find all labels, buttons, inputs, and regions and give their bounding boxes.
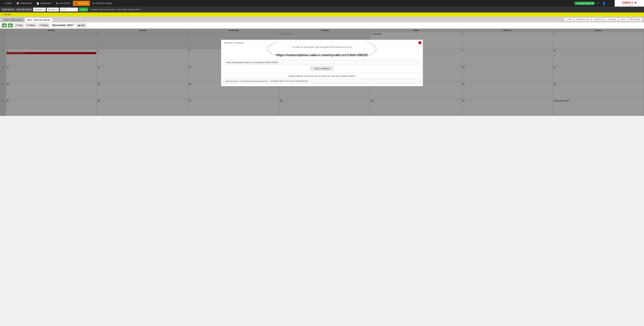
modal-title: Subscribe to Calendar <box>221 40 423 45</box>
generate-button[interactable]: ✐ Generate <box>605 18 618 21</box>
nav-mycalls[interactable]: 📞 MYCALLS <box>73 1 90 6</box>
mycalls-icon: 📞 <box>75 2 78 5</box>
subscribe-modal: Subscribe to Calendar ...en does not wor… <box>221 40 423 86</box>
nav-home[interactable]: ⌂ HOME <box>2 1 14 6</box>
calendar-toolbar: ◀ ▶ 📅 Day 📅 Week 📅 Month December 2017 ⏺… <box>0 22 644 29</box>
day-icon: 📅 <box>16 24 18 26</box>
subscribe-button[interactable]: 📅 Subscribe <box>628 18 642 21</box>
month-view-button[interactable]: 📅 Month <box>38 24 50 27</box>
now-icon: ⏺ <box>78 24 80 26</box>
logout-icon[interactable]: → <box>608 1 613 5</box>
accounts-dropdown[interactable]: Accounts ▼ <box>47 8 59 12</box>
filter-button[interactable]: ▼ Filter <box>564 18 574 21</box>
tab-inbox-list[interactable]: Inbox · Follow-up List <box>2 18 24 22</box>
copy-clipboard-button[interactable]: Copy to clipboard <box>310 66 334 71</box>
google-url-input[interactable] <box>224 79 420 84</box>
week-icon: 📅 <box>27 24 29 26</box>
nav-enquiries[interactable]: 📋 ENQUIRIES <box>34 1 53 6</box>
nav-campaigns[interactable]: 📢 CAMPAIGNS <box>14 1 34 6</box>
filter-icon: ▼ <box>566 18 568 20</box>
calendar-title: December 2017 <box>52 24 74 27</box>
modal-divider <box>221 73 423 73</box>
marquee-text: Customer View at same price... Team Lead… <box>89 9 643 11</box>
search-input[interactable] <box>60 8 78 12</box>
add-personal-icon: ✚ <box>576 18 578 20</box>
add-call-button[interactable]: ✆ Add Call <box>592 18 604 21</box>
logo: sales-i ● SELL SMART <box>615 0 644 6</box>
modal-main-url: https://subscriptions.sales-i.com/mycall… <box>221 50 423 58</box>
tab-inbox-calendar[interactable]: Inbox · Follow-up Calendar <box>24 18 53 22</box>
help-icon[interactable]: ? <box>596 1 600 5</box>
tabs-row: Inbox · Follow-up List Inbox · Follow-up… <box>0 16 644 22</box>
modal-overlay: Subscribe to Calendar ...en does not wor… <box>0 29 644 116</box>
profile-icon[interactable]: 👤 <box>602 1 607 6</box>
modal-hint: ...en does not work please copy and past… <box>221 45 423 50</box>
accounts-dropdown-arrow: ▼ <box>56 9 58 10</box>
accounts-icon: 🏛 <box>56 2 58 5</box>
add-call-icon: ✆ <box>593 18 595 20</box>
now-button[interactable]: ⏺ Now <box>76 24 86 27</box>
month-icon: 📅 <box>40 24 42 26</box>
customer-dropdown-arrow: ▼ <box>43 9 44 10</box>
print-button[interactable]: ⎙ Print <box>618 18 627 21</box>
menu-icon: ≡ <box>2 13 3 16</box>
generate-icon: ✐ <box>606 18 608 20</box>
prev-button[interactable]: ◀ <box>2 23 7 27</box>
enquiries-icon: 📋 <box>36 2 39 5</box>
url-input[interactable] <box>225 60 419 65</box>
campaigns-icon: 📢 <box>16 2 19 5</box>
nav-controlpanel[interactable]: ⚙ CONTROL PANEL <box>91 1 114 6</box>
modal-close-button[interactable] <box>418 41 421 44</box>
quick-search-button[interactable]: Quick Search <box>1 8 15 11</box>
day-view-button[interactable]: 📅 Day <box>14 24 24 27</box>
customer-dropdown[interactable]: Customer ▼ <box>33 8 46 12</box>
secondary-nav: Quick Search Recently Viewed Customer ▼ … <box>0 6 644 12</box>
add-personal-button[interactable]: ✚ Add Personal <box>574 18 591 21</box>
controlpanel-icon: ⚙ <box>92 2 95 5</box>
search-button[interactable]: Search <box>79 8 88 12</box>
recently-viewed-button[interactable]: Recently Viewed <box>16 8 32 11</box>
week-view-button[interactable]: 📅 Week <box>25 24 36 27</box>
google-note: Google Calendar: (Using this link will m… <box>221 74 423 78</box>
calendar-container: Monday Tuesday Wednesday Thursday Friday… <box>0 29 644 116</box>
nav-accounts[interactable]: 🏛 ACCOUNTS <box>54 1 72 6</box>
print-icon: ⎙ <box>620 18 621 20</box>
breadcrumb: ≡ MyCalls <box>0 12 644 16</box>
home-icon: ⌂ <box>3 2 5 5</box>
next-button[interactable]: ▶ <box>8 23 13 27</box>
live-help-button[interactable]: Live Help Online <box>574 2 595 5</box>
live-help-dot-indicator <box>592 2 593 4</box>
subscribe-icon: 📅 <box>630 18 632 20</box>
